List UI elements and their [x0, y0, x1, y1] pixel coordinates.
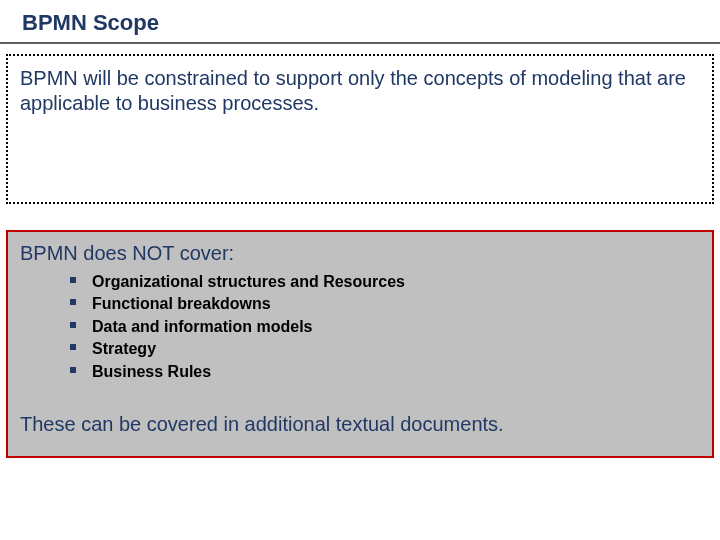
definition-text: BPMN will be constrained to support only… [20, 66, 700, 116]
not-cover-box: BPMN does NOT cover: Organizational stru… [6, 230, 714, 458]
list-item: Organizational structures and Resources [70, 271, 700, 293]
definition-box: BPMN will be constrained to support only… [6, 54, 714, 204]
title-divider [0, 42, 720, 44]
list-item: Business Rules [70, 361, 700, 383]
not-cover-heading: BPMN does NOT cover: [20, 242, 700, 265]
slide-title: BPMN Scope [0, 10, 720, 40]
conclusion-text: These can be covered in additional textu… [20, 413, 700, 436]
not-cover-list: Organizational structures and Resources … [20, 271, 700, 383]
list-item: Functional breakdowns [70, 293, 700, 315]
list-item: Strategy [70, 338, 700, 360]
slide: BPMN Scope BPMN will be constrained to s… [0, 0, 720, 540]
list-item: Data and information models [70, 316, 700, 338]
